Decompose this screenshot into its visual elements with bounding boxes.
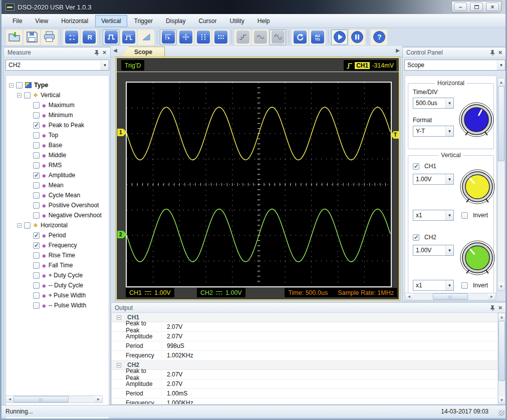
checkbox-icon[interactable]: [33, 142, 40, 149]
toolbar-separator: [368, 31, 368, 44]
tab-scroll-right-icon[interactable]: ▶: [396, 48, 400, 53]
output-group-header[interactable]: −CH1: [112, 313, 497, 322]
refresh-button[interactable]: [292, 30, 308, 45]
math-button[interactable]: + −× ÷: [63, 30, 80, 45]
scroll-left-icon[interactable]: ◄: [405, 293, 413, 300]
menu-horizontal[interactable]: Horizontal: [55, 15, 94, 27]
pointer-button[interactable]: [160, 30, 176, 45]
open-button[interactable]: [6, 30, 23, 45]
collapse-icon[interactable]: −: [17, 223, 22, 228]
checkbox-icon[interactable]: [33, 182, 40, 189]
collapse-icon[interactable]: −: [17, 93, 22, 98]
checkbox-icon[interactable]: [33, 212, 40, 219]
checkbox-icon[interactable]: [33, 292, 40, 299]
menu-trigger[interactable]: Trigger: [128, 15, 159, 27]
grid-cursor-button[interactable]: [177, 30, 194, 45]
menu-utility[interactable]: Utility: [223, 15, 250, 27]
ch2-probe-select[interactable]: x1 ▼: [413, 280, 454, 291]
checkbox-icon[interactable]: [33, 252, 40, 259]
checkbox-icon[interactable]: [33, 242, 40, 249]
scroll-up-icon[interactable]: ▲: [498, 313, 505, 321]
time-div-select[interactable]: 500.0us ▼: [413, 98, 454, 109]
pause-icon: [351, 31, 364, 44]
save-button[interactable]: [24, 30, 40, 45]
output-group-header[interactable]: −CH2: [112, 360, 497, 370]
checkbox-icon[interactable]: [33, 302, 40, 309]
pin-icon[interactable]: [93, 49, 101, 56]
measure-hscrollbar[interactable]: ◄ ||| ►: [6, 395, 103, 403]
checkbox-icon[interactable]: [33, 172, 40, 179]
checkbox-icon[interactable]: [24, 222, 31, 229]
tab-scope[interactable]: Scope: [122, 47, 165, 57]
auto-setup-button[interactable]: AUTO: [309, 30, 326, 45]
menu-view[interactable]: View: [29, 15, 54, 27]
reference-button[interactable]: R: [81, 30, 97, 45]
close-icon[interactable]: ×: [496, 304, 504, 311]
scroll-up-icon[interactable]: ▲: [498, 79, 504, 86]
checkbox-icon[interactable]: [16, 82, 23, 89]
scroll-right-icon[interactable]: ►: [95, 396, 102, 402]
pulse-average-button[interactable]: [120, 30, 137, 45]
collapse-icon[interactable]: −: [117, 363, 121, 367]
menu-file[interactable]: File: [7, 15, 28, 27]
menu-cursor[interactable]: Cursor: [192, 15, 222, 27]
menu-help[interactable]: Help: [251, 15, 276, 27]
control-vscrollbar[interactable]: ▲ ▼: [497, 78, 505, 291]
ch1-position-knob[interactable]: [459, 169, 495, 205]
ch1-invert-checkbox[interactable]: Invert: [461, 212, 488, 219]
menu-vertical[interactable]: Vertical: [95, 15, 127, 27]
close-icon[interactable]: ×: [496, 49, 504, 56]
pause-button[interactable]: [349, 30, 365, 45]
maximize-button[interactable]: [470, 3, 483, 11]
checkbox-icon[interactable]: [33, 262, 40, 269]
checkbox-icon[interactable]: [33, 162, 40, 169]
scroll-right-icon[interactable]: ►: [488, 293, 495, 300]
checkbox-icon[interactable]: [33, 122, 40, 129]
print-button[interactable]: [41, 30, 58, 45]
scroll-down-icon[interactable]: ▼: [498, 283, 504, 290]
checkbox-icon[interactable]: [33, 282, 40, 289]
horizontal-position-knob[interactable]: [458, 102, 494, 138]
menu-display[interactable]: Display: [160, 15, 191, 27]
checkbox-icon[interactable]: [33, 272, 40, 279]
checkbox-icon[interactable]: [24, 92, 31, 99]
control-mode-select[interactable]: Scope ▼: [404, 60, 505, 71]
ch1-enable-checkbox[interactable]: CH1: [413, 163, 436, 170]
ch2-scale-select[interactable]: 1.00V ▼: [413, 245, 454, 256]
scrollbar-thumb[interactable]: |||: [14, 396, 69, 402]
checkbox-icon[interactable]: [33, 152, 40, 159]
pulse-button[interactable]: [103, 30, 119, 45]
checkbox-icon[interactable]: [33, 202, 40, 209]
ch2-position-knob[interactable]: [459, 240, 495, 276]
scroll-left-icon[interactable]: ◄: [6, 396, 14, 402]
collapse-icon[interactable]: −: [9, 83, 14, 88]
ch2-enable-checkbox[interactable]: CH2: [413, 234, 436, 241]
run-button[interactable]: [331, 30, 348, 45]
checkbox-icon[interactable]: [33, 232, 40, 239]
ch2-invert-checkbox[interactable]: Invert: [461, 282, 488, 289]
ch1-scale-select[interactable]: 1.00V ▼: [413, 174, 454, 185]
output-vscrollbar[interactable]: ▲ ▼: [498, 313, 505, 404]
checkbox-icon[interactable]: [33, 132, 40, 139]
pin-icon[interactable]: [489, 49, 496, 56]
close-icon[interactable]: ×: [101, 49, 108, 56]
checkbox-icon[interactable]: [33, 192, 40, 199]
checkbox-icon[interactable]: [33, 102, 40, 109]
measure-channel-select[interactable]: CH2 ▼: [6, 60, 109, 71]
measure-item-label: Base: [49, 142, 62, 149]
close-button[interactable]: ×: [486, 3, 499, 11]
ramp-button[interactable]: [138, 30, 154, 45]
checkbox-icon[interactable]: [33, 112, 40, 119]
tab-scroll-left-icon[interactable]: ◀: [113, 48, 117, 53]
minimize-button[interactable]: –: [454, 3, 467, 11]
scroll-down-icon[interactable]: ▼: [498, 396, 505, 404]
vertical-cursors-button[interactable]: [195, 30, 211, 45]
pin-icon[interactable]: [489, 304, 496, 311]
collapse-icon[interactable]: −: [117, 315, 121, 320]
ch1-probe-select[interactable]: x1 ▼: [413, 210, 454, 221]
help-button[interactable]: ?: [371, 30, 387, 45]
horizontal-cursors-button[interactable]: [212, 30, 229, 45]
format-select[interactable]: Y-T ▼: [413, 126, 454, 137]
resize-grip[interactable]: [498, 410, 504, 416]
control-hscrollbar[interactable]: ◄ ||| ►: [405, 293, 496, 300]
